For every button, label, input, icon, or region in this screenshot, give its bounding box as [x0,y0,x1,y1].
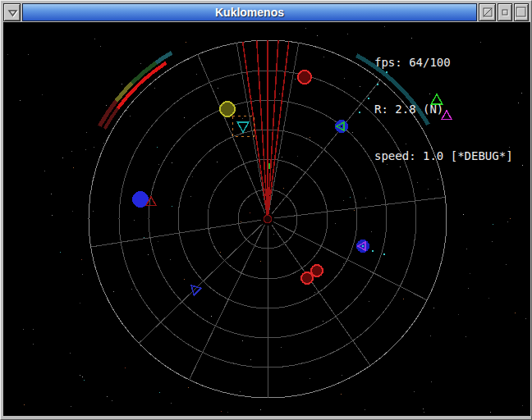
maximize-button[interactable] [514,3,529,21]
hud-speed: speed: 1.0 [*DEBUG*] [374,148,513,164]
enemy-red-disc-1[interactable] [298,71,311,84]
hud-fps: fps: 64/100 [374,55,513,71]
iconify-button[interactable] [498,3,512,21]
enemy-blue-triangle[interactable] [191,285,201,295]
enemy-yellow-disc[interactable] [220,102,235,116]
pod-purple-triangle[interactable] [356,240,369,253]
hud-radius: R: 2.8 (N) [374,102,513,117]
resize-button[interactable] [479,3,496,21]
enemy-red-disc-3[interactable] [301,272,313,284]
hud: fps: 64/100 R: 2.8 (N) speed: 1.0 [*DEBU… [374,24,513,195]
game-area[interactable]: fps: 64/100 R: 2.8 (N) speed: 1.0 [*DEBU… [3,22,530,416]
titlebar-row: Kuklomenos [3,3,529,21]
window-menu-button[interactable] [3,3,21,21]
maximize-icon [515,6,528,19]
player-center-marker [264,216,272,223]
titlebar[interactable]: Kuklomenos [22,3,477,21]
window-title: Kuklomenos [215,6,284,19]
resize-icon [481,6,494,19]
iconify-icon [498,6,511,19]
window-menu-icon [6,6,19,19]
enemy-red-disc-2[interactable] [311,265,323,276]
app-window: Kuklomenos fps: 64/100 R: 2.8 ( [0,0,532,420]
pod-green-triangle[interactable] [335,120,348,133]
